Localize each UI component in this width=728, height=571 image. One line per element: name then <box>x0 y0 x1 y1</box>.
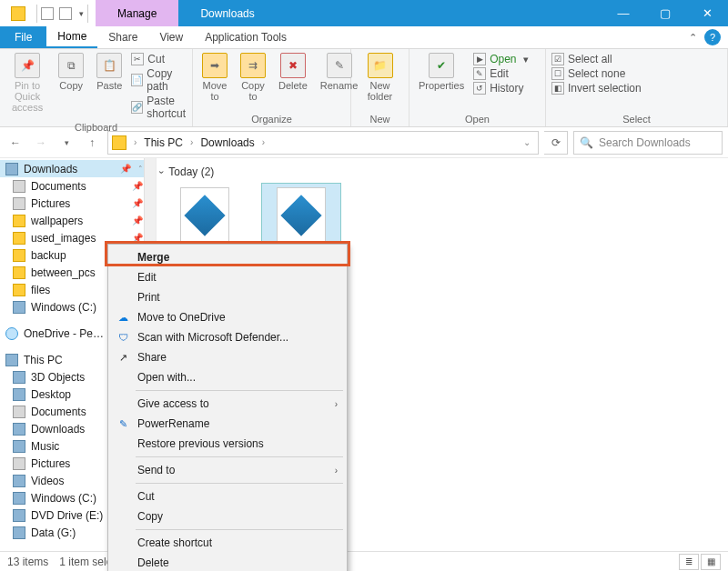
pin-icon: 📌 <box>132 233 143 243</box>
history-button[interactable]: ↺History <box>473 82 528 95</box>
cut-button[interactable]: ✂Cut <box>131 53 187 65</box>
pin-icon: 📌 <box>120 164 131 174</box>
search-icon: 🔍 <box>580 136 593 149</box>
pin-icon: 📌 <box>132 215 143 225</box>
forward-button[interactable]: → <box>31 133 51 153</box>
qat-icon-2[interactable] <box>59 7 72 20</box>
document-icon <box>13 180 25 193</box>
ribbon: 📌Pin to Quick access ⧉Copy 📋Paste ✂Cut 📄… <box>0 49 728 127</box>
window-buttons: — ▢ ✕ <box>602 0 728 26</box>
select-none-button[interactable]: ☐Select none <box>551 67 642 80</box>
search-placeholder: Search Downloads <box>599 136 691 149</box>
ctx-powerrename[interactable]: ✎PowerRename <box>110 414 345 434</box>
breadcrumb-folder[interactable]: Downloads <box>200 136 254 149</box>
ribbon-collapse-icon[interactable]: ⌃ <box>689 32 697 44</box>
ctx-print[interactable]: Print <box>110 287 345 307</box>
back-button[interactable]: ← <box>5 133 25 153</box>
downloads-icon <box>13 423 25 436</box>
pin-to-quick-access-button[interactable]: 📌Pin to Quick access <box>5 53 49 120</box>
chevron-up-icon[interactable]: ˄ <box>138 165 143 174</box>
pictures-icon <box>13 457 25 470</box>
ctx-create-shortcut[interactable]: Create shortcut <box>110 533 345 553</box>
chevron-down-icon: › <box>157 170 167 173</box>
this-pc-icon <box>5 354 18 366</box>
invert-selection-icon: ◧ <box>551 82 564 95</box>
ctx-cut[interactable]: Cut <box>110 486 345 506</box>
downloads-icon <box>5 163 18 175</box>
cut-icon: ✂ <box>131 53 144 65</box>
paste-icon: 📋 <box>96 53 122 78</box>
minimize-button[interactable]: — <box>602 0 644 26</box>
delete-icon: ✖ <box>280 53 306 78</box>
paste-button[interactable]: 📋Paste <box>93 53 126 120</box>
chevron-right-icon[interactable]: › <box>187 137 197 147</box>
up-button[interactable]: ↑ <box>82 133 102 153</box>
ctx-restore-previous[interactable]: Restore previous versions <box>110 434 345 454</box>
tab-share[interactable]: Share <box>97 26 148 48</box>
music-icon <box>13 440 25 453</box>
group-header-today[interactable]: › Today (2) <box>160 165 724 178</box>
sidebar-item-documents[interactable]: Documents📌 <box>0 177 156 195</box>
copy-icon: ⧉ <box>58 53 84 78</box>
app-folder-icon <box>11 6 25 21</box>
ctx-give-access-to[interactable]: Give access to› <box>110 394 345 414</box>
nav-bar: ← → ▾ ↑ › This PC › Downloads › ⌄ ⟳ 🔍 Se… <box>0 127 728 158</box>
ctx-scan-defender[interactable]: 🛡Scan with Microsoft Defender... <box>110 327 345 347</box>
sidebar-item-downloads[interactable]: Downloads📌˄ <box>0 160 156 177</box>
move-to-button[interactable]: ➡Move to <box>198 53 231 112</box>
chevron-right-icon[interactable]: › <box>258 137 268 147</box>
search-input[interactable]: 🔍 Search Downloads <box>573 131 723 155</box>
large-icons-view-button[interactable]: ▦ <box>701 554 721 570</box>
copy-button[interactable]: ⧉Copy <box>55 53 87 120</box>
address-dropdown[interactable]: ⌄ <box>520 137 534 147</box>
paste-shortcut-button[interactable]: 🔗Paste shortcut <box>131 95 187 120</box>
registry-icon <box>180 187 229 244</box>
drive-icon <box>13 526 25 539</box>
group-label-organize: Organize <box>198 114 345 125</box>
new-folder-icon: 📁 <box>368 53 393 78</box>
group-label-new: New <box>357 114 403 125</box>
qat-dropdown[interactable]: ▾ <box>79 9 84 18</box>
tab-view[interactable]: View <box>148 26 194 48</box>
properties-button[interactable]: ✔Properties <box>415 53 468 112</box>
qat-icon-1[interactable] <box>41 7 54 20</box>
copy-to-button[interactable]: ⇉Copy to <box>237 53 269 112</box>
contextual-tab-manage[interactable]: Manage <box>96 0 178 26</box>
new-folder-button[interactable]: 📁New folder <box>357 53 403 112</box>
invert-selection-button[interactable]: ◧Invert selection <box>551 82 642 95</box>
copy-path-button[interactable]: 📄Copy path <box>131 67 187 93</box>
chevron-right-icon[interactable]: › <box>130 137 140 147</box>
sidebar-item-pictures[interactable]: Pictures📌 <box>0 195 156 212</box>
close-button[interactable]: ✕ <box>686 0 728 26</box>
shield-icon: 🛡 <box>116 330 130 345</box>
ctx-delete[interactable]: Delete <box>110 553 345 571</box>
edit-button[interactable]: ✎Edit <box>473 67 528 80</box>
address-bar[interactable]: › This PC › Downloads › ⌄ <box>107 131 539 155</box>
drive-icon <box>13 301 25 314</box>
refresh-button[interactable]: ⟳ <box>544 131 568 155</box>
chevron-right-icon: › <box>335 399 338 409</box>
ctx-copy[interactable]: Copy <box>110 506 345 526</box>
history-icon: ↺ <box>473 82 486 95</box>
tab-application-tools[interactable]: Application Tools <box>194 26 298 48</box>
open-button[interactable]: ▶Open ▾ <box>473 53 528 65</box>
chevron-right-icon: › <box>335 466 338 476</box>
recent-locations-button[interactable]: ▾ <box>56 133 76 153</box>
help-button[interactable]: ? <box>704 29 721 45</box>
ctx-send-to[interactable]: Send to› <box>110 460 345 480</box>
ctx-edit[interactable]: Edit <box>110 267 345 287</box>
file-tab[interactable]: File <box>0 26 46 48</box>
ctx-merge[interactable]: Merge <box>110 247 345 267</box>
maximize-button[interactable]: ▢ <box>644 0 686 26</box>
folder-icon <box>112 135 126 150</box>
ctx-open-with[interactable]: Open with... <box>110 367 345 387</box>
breadcrumb-root[interactable]: This PC <box>144 136 183 149</box>
ctx-share[interactable]: ↗Share <box>110 347 345 367</box>
delete-button[interactable]: ✖Delete <box>275 53 311 112</box>
sidebar-item-wallpapers[interactable]: wallpapers📌 <box>0 212 156 229</box>
tab-home[interactable]: Home <box>46 26 97 48</box>
ctx-move-to-onedrive[interactable]: ☁Move to OneDrive <box>110 307 345 327</box>
select-all-button[interactable]: ☑Select all <box>551 53 642 65</box>
status-item-count: 13 items <box>7 556 48 568</box>
details-view-button[interactable]: ≣ <box>679 554 699 570</box>
